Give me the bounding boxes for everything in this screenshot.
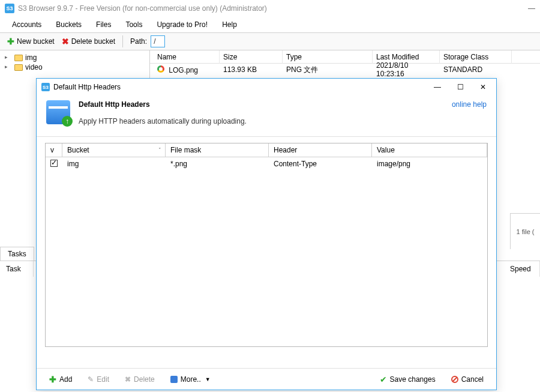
x-icon: ✖ — [125, 375, 131, 384]
file-type-icon — [157, 65, 164, 73]
file-columns: Name Size Type Last Modified Storage Cla… — [150, 50, 540, 64]
menu-files[interactable]: Files — [89, 18, 118, 31]
file-storage: STANDARD — [440, 64, 512, 75]
online-help-link[interactable]: online help — [452, 100, 487, 109]
gcol-bucket-label: Bucket — [67, 146, 89, 154]
file-row[interactable]: LOG.png 113.93 KB PNG 文件 2021/8/10 10:23… — [150, 64, 540, 76]
gcol-header[interactable]: Header — [269, 143, 372, 157]
checkbox-checked-icon[interactable] — [50, 160, 58, 167]
dialog-titlebar[interactable]: S3 Default Http Headers — ☐ ✕ — [37, 79, 496, 95]
grid-header: v Bucket ˅ File mask Header Value — [46, 143, 487, 157]
grid-row[interactable]: img *.png Content-Type image/png — [46, 157, 487, 171]
more-label: More.. — [181, 375, 201, 384]
col-task[interactable]: Task — [0, 261, 34, 277]
new-bucket-label: New bucket — [17, 37, 55, 46]
menu-tools[interactable]: Tools — [118, 18, 149, 31]
dialog-heading: Default Http Headers — [79, 100, 247, 109]
save-changes-button[interactable]: ✔ Save changes — [374, 372, 441, 387]
delete-button[interactable]: ✖ Delete — [119, 373, 160, 386]
more-button[interactable]: More.. ▼ — [165, 373, 216, 386]
dialog-subheading: Apply HTTP headers automatically during … — [79, 117, 247, 125]
folder-icon — [14, 64, 23, 71]
file-modified: 2021/8/10 10:23:16 — [373, 60, 440, 79]
menu-accounts[interactable]: Accounts — [5, 18, 49, 31]
dialog-header-icon: ↑ — [46, 100, 70, 124]
file-count-status: 1 file ( — [510, 213, 540, 249]
upload-arrow-icon: ↑ — [62, 116, 73, 127]
file-type: PNG 文件 — [283, 64, 373, 76]
edit-button[interactable]: ✎ Edit — [82, 373, 115, 386]
path-input[interactable] — [151, 35, 165, 47]
tree-label: img — [25, 53, 37, 62]
app-icon: S3 — [41, 83, 50, 91]
cancel-label: Cancel — [461, 375, 484, 384]
col-name[interactable]: Name — [154, 50, 220, 64]
file-name-cell: LOG.png — [154, 64, 220, 76]
tree-twist-icon[interactable]: ▸ — [5, 64, 11, 70]
chevron-down-icon: ▼ — [205, 376, 211, 382]
col-speed[interactable]: Speed — [504, 261, 540, 277]
cancel-icon — [451, 376, 458, 383]
dialog-header-text: Default Http Headers Apply HTTP headers … — [79, 100, 247, 125]
path-area: Path: — [130, 35, 165, 47]
tasks-tab[interactable]: Tasks — [0, 247, 34, 261]
app-icon: S3 — [5, 4, 14, 13]
file-name: LOG.png — [169, 66, 198, 74]
dialog-maximize-button[interactable]: ☐ — [454, 83, 466, 91]
folder-icon — [14, 55, 23, 61]
save-label: Save changes — [390, 375, 436, 384]
dialog-close-button[interactable]: ✕ — [477, 83, 489, 91]
col-type[interactable]: Type — [283, 50, 373, 64]
delete-bucket-button[interactable]: ✖ Delete bucket — [58, 35, 119, 47]
menu-buckets[interactable]: Buckets — [49, 18, 89, 31]
path-label: Path: — [130, 37, 147, 46]
col-size[interactable]: Size — [220, 50, 283, 64]
row-value: image/png — [372, 157, 487, 171]
gcol-bucket[interactable]: Bucket ˅ — [62, 143, 166, 157]
menu-bar: Accounts Buckets Files Tools Upgrade to … — [0, 17, 540, 32]
row-bucket: img — [62, 157, 166, 171]
add-label: Add — [59, 375, 72, 384]
tree-twist-icon[interactable]: ▸ — [5, 54, 11, 60]
tree-label: video — [25, 63, 43, 71]
dialog-footer: ✚ Add ✎ Edit ✖ Delete More.. ▼ ✔ Save ch… — [37, 368, 496, 390]
tree-node-video[interactable]: ▸ video — [4, 62, 146, 72]
tree-node-img[interactable]: ▸ img — [4, 53, 146, 62]
gcol-checked[interactable]: v — [46, 143, 62, 157]
sort-indicator-icon: ˅ — [158, 147, 161, 153]
menu-help[interactable]: Help — [215, 18, 244, 31]
add-button[interactable]: ✚ Add — [44, 372, 77, 387]
new-bucket-button[interactable]: ✚ New bucket — [4, 35, 58, 47]
edit-label: Edit — [97, 375, 109, 384]
dialog-header: ↑ Default Http Headers Apply HTTP header… — [37, 95, 496, 137]
window-title: S3 Browser 9.9.7 - Free Version (for non… — [18, 4, 267, 13]
dialog-body: v Bucket ˅ File mask Header Value img *.… — [37, 137, 496, 368]
minimize-button[interactable]: — — [528, 4, 535, 13]
file-size: 113.93 KB — [220, 64, 283, 75]
cancel-button[interactable]: Cancel — [446, 373, 489, 386]
more-icon — [170, 376, 178, 383]
plus-icon: ✚ — [7, 37, 14, 46]
row-header: Content-Type — [269, 157, 372, 171]
dialog-minimize-button[interactable]: — — [431, 83, 443, 91]
delete-bucket-label: Delete bucket — [71, 37, 115, 46]
plus-icon: ✚ — [49, 375, 56, 384]
row-mask: *.png — [166, 157, 269, 171]
delete-label: Delete — [134, 375, 155, 384]
check-icon: ✔ — [380, 375, 387, 384]
menu-upgrade[interactable]: Upgrade to Pro! — [149, 18, 215, 31]
default-http-headers-dialog: S3 Default Http Headers — ☐ ✕ ↑ Default … — [36, 78, 497, 390]
gcol-value[interactable]: Value — [372, 143, 487, 157]
x-icon: ✖ — [62, 37, 69, 46]
dialog-window-controls: — ☐ ✕ — [431, 83, 491, 91]
pencil-icon: ✎ — [88, 375, 94, 384]
window-titlebar: S3 S3 Browser 9.9.7 - Free Version (for … — [0, 0, 540, 17]
headers-grid[interactable]: v Bucket ˅ File mask Header Value img *.… — [45, 143, 488, 347]
dialog-title: Default Http Headers — [53, 83, 121, 91]
toolbar: ✚ New bucket ✖ Delete bucket Path: — [0, 32, 540, 50]
row-checkbox-cell[interactable] — [46, 157, 62, 171]
gcol-mask[interactable]: File mask — [166, 143, 269, 157]
toolbar-separator — [122, 35, 123, 47]
col-storage[interactable]: Storage Class — [440, 50, 512, 64]
